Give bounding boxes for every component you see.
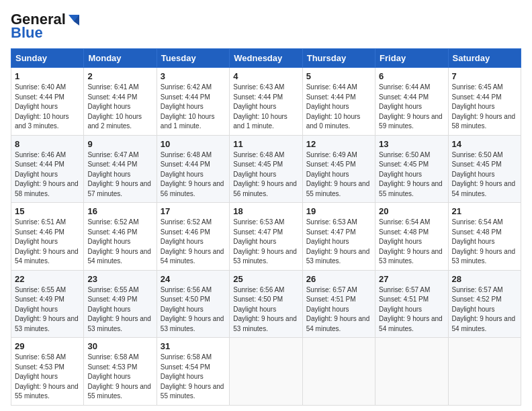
day-info: Sunrise: 6:55 AMSunset: 4:49 PMDaylight … — [87, 285, 152, 334]
day-info: Sunrise: 6:57 AMSunset: 4:51 PMDaylight … — [306, 285, 371, 334]
day-cell: 25Sunrise: 6:56 AMSunset: 4:50 PMDayligh… — [230, 270, 302, 338]
day-info: Sunrise: 6:53 AMSunset: 4:47 PMDaylight … — [233, 218, 298, 267]
week-row: 22Sunrise: 6:55 AMSunset: 4:49 PMDayligh… — [11, 270, 521, 338]
day-number: 23 — [87, 274, 152, 284]
day-cell: 24Sunrise: 6:56 AMSunset: 4:50 PMDayligh… — [157, 270, 229, 338]
day-info: Sunrise: 6:58 AMSunset: 4:54 PMDaylight … — [161, 353, 226, 402]
day-number: 11 — [233, 139, 298, 149]
day-info: Sunrise: 6:40 AMSunset: 4:44 PMDaylight … — [15, 83, 80, 132]
logo: General Blue — [11, 11, 82, 42]
day-number: 20 — [379, 206, 444, 216]
day-info: Sunrise: 6:52 AMSunset: 4:46 PMDaylight … — [161, 218, 226, 267]
day-info: Sunrise: 6:48 AMSunset: 4:44 PMDaylight … — [161, 150, 226, 199]
logo-blue-text: Blue — [11, 24, 43, 42]
day-number: 21 — [452, 206, 517, 216]
calendar-table: SundayMondayTuesdayWednesdayThursdayFrid… — [11, 48, 521, 406]
day-cell: 28Sunrise: 6:57 AMSunset: 4:52 PMDayligh… — [448, 270, 521, 338]
day-cell: 12Sunrise: 6:49 AMSunset: 4:45 PMDayligh… — [302, 135, 375, 203]
day-cell: 20Sunrise: 6:54 AMSunset: 4:48 PMDayligh… — [375, 203, 448, 271]
day-cell: 16Sunrise: 6:52 AMSunset: 4:46 PMDayligh… — [84, 203, 157, 271]
day-info: Sunrise: 6:54 AMSunset: 4:48 PMDaylight … — [379, 218, 444, 267]
day-number: 13 — [379, 139, 444, 149]
day-info: Sunrise: 6:56 AMSunset: 4:50 PMDaylight … — [161, 285, 226, 334]
day-number: 9 — [87, 139, 152, 149]
day-cell: 14Sunrise: 6:50 AMSunset: 4:45 PMDayligh… — [448, 135, 521, 203]
day-info: Sunrise: 6:42 AMSunset: 4:44 PMDaylight … — [161, 83, 226, 132]
day-info: Sunrise: 6:54 AMSunset: 4:48 PMDaylight … — [452, 218, 517, 267]
day-number: 17 — [161, 206, 226, 216]
day-info: Sunrise: 6:48 AMSunset: 4:45 PMDaylight … — [233, 150, 298, 199]
day-number: 1 — [15, 71, 80, 81]
day-number: 18 — [233, 206, 298, 216]
day-cell: 29Sunrise: 6:58 AMSunset: 4:53 PMDayligh… — [11, 338, 84, 406]
day-info: Sunrise: 6:50 AMSunset: 4:45 PMDaylight … — [452, 150, 517, 199]
day-cell: 2Sunrise: 6:41 AMSunset: 4:44 PMDaylight… — [84, 68, 157, 136]
logo-icon — [67, 12, 82, 27]
day-info: Sunrise: 6:49 AMSunset: 4:45 PMDaylight … — [306, 150, 371, 199]
day-number: 8 — [15, 139, 80, 149]
day-info: Sunrise: 6:51 AMSunset: 4:46 PMDaylight … — [15, 218, 80, 267]
day-number: 26 — [306, 274, 371, 284]
day-info: Sunrise: 6:58 AMSunset: 4:53 PMDaylight … — [15, 353, 80, 402]
day-header-thursday: Thursday — [302, 49, 375, 68]
day-cell: 30Sunrise: 6:58 AMSunset: 4:53 PMDayligh… — [84, 338, 157, 406]
page-header: General Blue — [11, 11, 521, 42]
day-number: 30 — [87, 341, 152, 351]
day-cell — [375, 338, 448, 406]
day-header-friday: Friday — [375, 49, 448, 68]
day-cell: 13Sunrise: 6:50 AMSunset: 4:45 PMDayligh… — [375, 135, 448, 203]
week-row: 8Sunrise: 6:46 AMSunset: 4:44 PMDaylight… — [11, 135, 521, 203]
day-number: 4 — [233, 71, 298, 81]
day-number: 19 — [306, 206, 371, 216]
day-cell: 5Sunrise: 6:44 AMSunset: 4:44 PMDaylight… — [302, 68, 375, 136]
header-row: SundayMondayTuesdayWednesdayThursdayFrid… — [11, 49, 521, 68]
day-cell: 11Sunrise: 6:48 AMSunset: 4:45 PMDayligh… — [230, 135, 302, 203]
day-cell: 23Sunrise: 6:55 AMSunset: 4:49 PMDayligh… — [84, 270, 157, 338]
day-info: Sunrise: 6:53 AMSunset: 4:47 PMDaylight … — [306, 218, 371, 267]
day-cell: 8Sunrise: 6:46 AMSunset: 4:44 PMDaylight… — [11, 135, 84, 203]
day-info: Sunrise: 6:45 AMSunset: 4:44 PMDaylight … — [452, 83, 517, 132]
day-cell: 31Sunrise: 6:58 AMSunset: 4:54 PMDayligh… — [157, 338, 229, 406]
day-info: Sunrise: 6:52 AMSunset: 4:46 PMDaylight … — [87, 218, 152, 267]
day-info: Sunrise: 6:57 AMSunset: 4:51 PMDaylight … — [379, 285, 444, 334]
day-info: Sunrise: 6:50 AMSunset: 4:45 PMDaylight … — [379, 150, 444, 199]
day-number: 16 — [87, 206, 152, 216]
day-info: Sunrise: 6:41 AMSunset: 4:44 PMDaylight … — [87, 83, 152, 132]
day-number: 25 — [233, 274, 298, 284]
day-header-wednesday: Wednesday — [230, 49, 302, 68]
day-cell: 10Sunrise: 6:48 AMSunset: 4:44 PMDayligh… — [157, 135, 229, 203]
day-number: 7 — [452, 71, 517, 81]
week-row: 29Sunrise: 6:58 AMSunset: 4:53 PMDayligh… — [11, 338, 521, 406]
day-header-saturday: Saturday — [448, 49, 521, 68]
day-cell: 9Sunrise: 6:47 AMSunset: 4:44 PMDaylight… — [84, 135, 157, 203]
day-cell: 22Sunrise: 6:55 AMSunset: 4:49 PMDayligh… — [11, 270, 84, 338]
day-cell: 4Sunrise: 6:43 AMSunset: 4:44 PMDaylight… — [230, 68, 302, 136]
week-row: 15Sunrise: 6:51 AMSunset: 4:46 PMDayligh… — [11, 203, 521, 271]
day-number: 31 — [161, 341, 226, 351]
day-cell: 3Sunrise: 6:42 AMSunset: 4:44 PMDaylight… — [157, 68, 229, 136]
day-cell: 1Sunrise: 6:40 AMSunset: 4:44 PMDaylight… — [11, 68, 84, 136]
day-header-sunday: Sunday — [11, 49, 84, 68]
day-cell: 7Sunrise: 6:45 AMSunset: 4:44 PMDaylight… — [448, 68, 521, 136]
day-number: 15 — [15, 206, 80, 216]
week-row: 1Sunrise: 6:40 AMSunset: 4:44 PMDaylight… — [11, 68, 521, 136]
day-number: 5 — [306, 71, 371, 81]
day-cell: 26Sunrise: 6:57 AMSunset: 4:51 PMDayligh… — [302, 270, 375, 338]
day-cell — [230, 338, 302, 406]
day-number: 22 — [15, 274, 80, 284]
day-number: 24 — [161, 274, 226, 284]
day-cell: 17Sunrise: 6:52 AMSunset: 4:46 PMDayligh… — [157, 203, 229, 271]
day-cell — [448, 338, 521, 406]
day-number: 10 — [161, 139, 226, 149]
day-info: Sunrise: 6:55 AMSunset: 4:49 PMDaylight … — [15, 285, 80, 334]
day-info: Sunrise: 6:58 AMSunset: 4:53 PMDaylight … — [87, 353, 152, 402]
day-cell — [302, 338, 375, 406]
day-number: 12 — [306, 139, 371, 149]
day-info: Sunrise: 6:56 AMSunset: 4:50 PMDaylight … — [233, 285, 298, 334]
day-header-tuesday: Tuesday — [157, 49, 229, 68]
day-cell: 27Sunrise: 6:57 AMSunset: 4:51 PMDayligh… — [375, 270, 448, 338]
day-number: 27 — [379, 274, 444, 284]
day-info: Sunrise: 6:44 AMSunset: 4:44 PMDaylight … — [379, 83, 444, 132]
day-header-monday: Monday — [84, 49, 157, 68]
day-number: 14 — [452, 139, 517, 149]
